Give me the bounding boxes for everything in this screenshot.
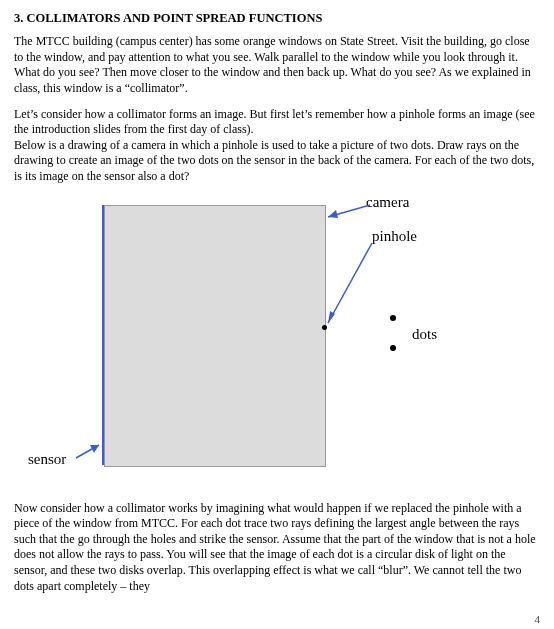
page: 3. COLLIMATORS AND POINT SPREAD FUNCTION… — [0, 0, 554, 629]
arrow-pinhole-line — [328, 243, 372, 323]
pinhole-dot — [322, 325, 327, 330]
object-dot-1 — [390, 315, 396, 321]
arrow-camera-line — [328, 205, 370, 217]
paragraph-4: Now consider how a collimator works by i… — [14, 501, 540, 595]
paragraph-1: The MTCC building (campus center) has so… — [14, 34, 540, 96]
page-number: 4 — [14, 612, 540, 626]
arrow-pinhole-head — [328, 311, 335, 323]
camera-diagram: camera pinhole dots sensor — [14, 195, 540, 495]
label-pinhole: pinhole — [372, 227, 417, 247]
label-sensor: sensor — [28, 450, 66, 470]
arrow-sensor-line — [76, 445, 99, 458]
object-dot-2 — [390, 345, 396, 351]
label-camera: camera — [366, 193, 409, 213]
arrow-sensor-head — [90, 445, 99, 453]
label-dots: dots — [412, 325, 437, 345]
paragraph-2: Let’s consider how a collimator forms an… — [14, 107, 540, 138]
camera-body-rect — [104, 205, 326, 467]
sensor-line — [102, 205, 104, 465]
paragraph-3: Below is a drawing of a camera in which … — [14, 138, 540, 185]
arrow-camera-head — [328, 210, 338, 218]
section-heading: 3. COLLIMATORS AND POINT SPREAD FUNCTION… — [14, 10, 540, 26]
